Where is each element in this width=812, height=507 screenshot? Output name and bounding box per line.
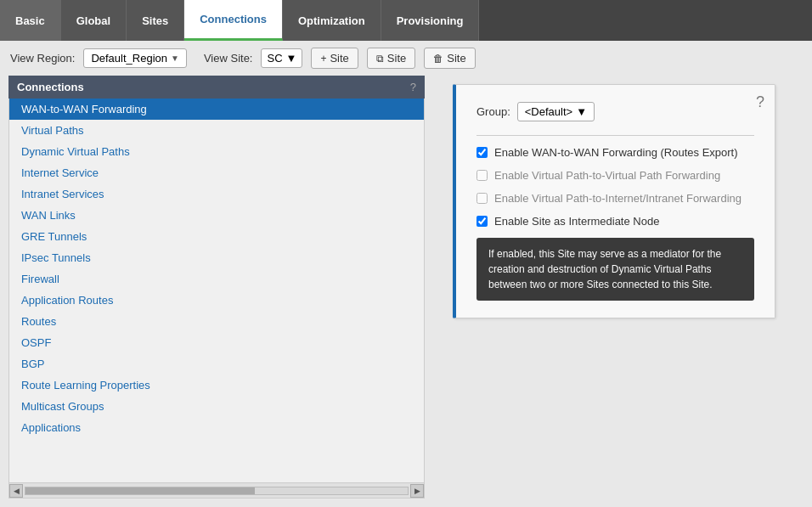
view-site-dropdown[interactable]: SC ▼ <box>261 48 302 68</box>
scroll-track[interactable] <box>25 487 409 495</box>
tab-basic[interactable]: Basic <box>0 0 61 41</box>
tabs-bar: Basic Global Sites Connections Optimizat… <box>0 0 812 41</box>
view-region-dropdown[interactable]: Default_Region ▼ <box>83 48 187 68</box>
right-panel: ? Group: <Default> ▼ Enable WAN-to-WAN F… <box>425 76 804 499</box>
add-site-label: Site <box>330 52 348 65</box>
nav-item-route-learning[interactable]: Route Learning Properties <box>9 375 424 396</box>
view-site-label: View Site: <box>204 52 253 65</box>
plus-icon: + <box>320 53 326 65</box>
checkbox-row-2: Enable Virtual Path-to-Virtual Path Forw… <box>476 169 754 182</box>
connections-header: Connections ? <box>8 76 425 99</box>
enable-intermediate-checkbox[interactable] <box>476 216 488 227</box>
view-region-label: View Region: <box>10 52 75 65</box>
enable-vp-vp-label: Enable Virtual Path-to-Virtual Path Forw… <box>494 169 720 182</box>
copy-icon: ⧉ <box>376 53 384 65</box>
nav-item-internet-service[interactable]: Internet Service <box>9 162 424 183</box>
enable-vp-internet-checkbox[interactable] <box>476 193 488 204</box>
tab-optimization[interactable]: Optimization <box>283 0 381 41</box>
enable-vp-vp-checkbox[interactable] <box>476 170 488 181</box>
horizontal-scrollbar[interactable]: ◀ ▶ <box>8 483 425 499</box>
nav-item-applications[interactable]: Applications <box>9 417 424 438</box>
group-value: <Default> <box>525 105 572 118</box>
group-select[interactable]: <Default> ▼ <box>517 102 595 121</box>
main-area: View Region: Default_Region ▼ View Site:… <box>0 41 812 507</box>
view-bar: View Region: Default_Region ▼ View Site:… <box>0 41 812 76</box>
tooltip-box: If enabled, this Site may serve as a med… <box>476 238 754 301</box>
delete-site-label: Site <box>447 52 465 65</box>
nav-item-ospf[interactable]: OSPF <box>9 332 424 353</box>
group-row: Group: <Default> ▼ <box>476 102 754 121</box>
scroll-left-button[interactable]: ◀ <box>9 484 23 498</box>
tab-provisioning[interactable]: Provisioning <box>381 0 480 41</box>
delete-site-button[interactable]: 🗑 Site <box>424 48 475 69</box>
nav-list: WAN-to-WAN Forwarding Virtual Paths Dyna… <box>8 99 425 483</box>
nav-item-multicast-groups[interactable]: Multicast Groups <box>9 396 424 417</box>
left-panel: Connections ? WAN-to-WAN Forwarding Virt… <box>8 76 425 499</box>
nav-item-bgp[interactable]: BGP <box>9 353 424 375</box>
copy-site-button[interactable]: ⧉ Site <box>367 48 415 69</box>
scroll-right-button[interactable]: ▶ <box>410 484 424 498</box>
tab-connections[interactable]: Connections <box>184 0 283 41</box>
nav-item-intranet-services[interactable]: Intranet Services <box>9 183 424 205</box>
divider-1 <box>476 135 754 136</box>
chevron-down-icon-3: ▼ <box>576 105 587 118</box>
tab-sites[interactable]: Sites <box>127 0 184 41</box>
enable-wan-wan-label: Enable WAN-to-WAN Forwarding (Routes Exp… <box>494 146 738 159</box>
nav-item-gre-tunnels[interactable]: GRE Tunnels <box>9 226 424 247</box>
nav-item-routes[interactable]: Routes <box>9 311 424 332</box>
view-region-value: Default_Region <box>91 52 167 65</box>
checkbox-row-3: Enable Virtual Path-to-Internet/Intranet… <box>476 192 754 205</box>
enable-intermediate-label: Enable Site as Intermediate Node <box>494 215 659 228</box>
nav-item-wan-links[interactable]: WAN Links <box>9 205 424 226</box>
config-card: ? Group: <Default> ▼ Enable WAN-to-WAN F… <box>453 84 775 318</box>
trash-icon: 🗑 <box>433 53 443 65</box>
nav-item-virtual-paths[interactable]: Virtual Paths <box>9 120 424 141</box>
nav-item-firewall[interactable]: Firewall <box>9 268 424 290</box>
split-pane: Connections ? WAN-to-WAN Forwarding Virt… <box>0 76 812 507</box>
group-label: Group: <box>476 105 510 118</box>
checkbox-row-1: Enable WAN-to-WAN Forwarding (Routes Exp… <box>476 146 754 159</box>
nav-item-wan-to-wan[interactable]: WAN-to-WAN Forwarding <box>9 99 424 120</box>
add-site-button[interactable]: + Site <box>311 48 358 69</box>
nav-item-ipsec-tunnels[interactable]: IPsec Tunnels <box>9 247 424 268</box>
tab-global[interactable]: Global <box>61 0 127 41</box>
copy-site-label: Site <box>387 52 406 65</box>
connections-help-icon[interactable]: ? <box>410 81 416 93</box>
card-help-icon[interactable]: ? <box>756 93 764 111</box>
enable-vp-internet-label: Enable Virtual Path-to-Internet/Intranet… <box>494 192 742 205</box>
view-site-value: SC <box>267 52 282 65</box>
connections-title: Connections <box>17 81 84 93</box>
nav-item-application-routes[interactable]: Application Routes <box>9 290 424 311</box>
nav-item-dynamic-virtual-paths[interactable]: Dynamic Virtual Paths <box>9 141 424 162</box>
chevron-down-icon: ▼ <box>171 54 179 63</box>
enable-wan-wan-checkbox[interactable] <box>476 147 488 158</box>
checkbox-row-4: Enable Site as Intermediate Node <box>476 215 754 228</box>
scroll-thumb <box>25 487 255 494</box>
chevron-down-icon-2: ▼ <box>286 52 297 65</box>
